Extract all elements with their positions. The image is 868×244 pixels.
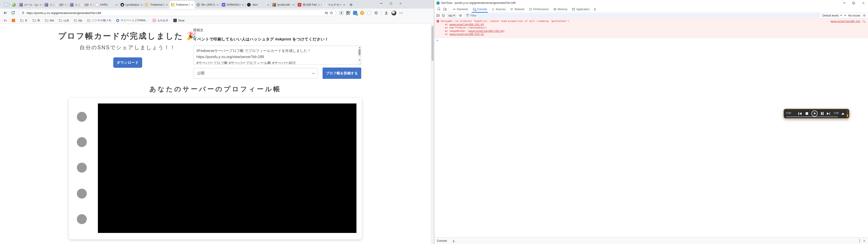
translate-extension-icon[interactable]: - — [353, 11, 357, 15]
page-scrollbar-thumb[interactable] — [432, 26, 434, 61]
tab-close-icon[interactable] — [39, 4, 41, 6]
maximize-button[interactable] — [386, 0, 396, 7]
bookmark-folder-my[interactable]: My — [74, 19, 82, 22]
live-expression-eye-icon[interactable] — [459, 14, 462, 17]
next-track-icon[interactable] — [827, 112, 830, 115]
tab-multimodal[interactable]: P マルチモーダル — [321, 1, 347, 8]
bookmark-stoat[interactable]: Stoat — [174, 19, 184, 22]
visibility-select[interactable]: 公開 — [193, 68, 318, 79]
tab-close-icon[interactable] — [115, 4, 117, 6]
filter-input[interactable] — [470, 14, 818, 17]
gray-extension-icon[interactable] — [367, 11, 371, 15]
tab-github[interactable]: Lycolia/lycoc — [119, 1, 144, 8]
tab-don[interactable]: 🐾 :don: — [246, 1, 271, 8]
minimize-button[interactable] — [377, 0, 386, 7]
tab-close-icon[interactable] — [217, 4, 219, 6]
stack-source-link[interactable]: generated?id=189:241:43 — [450, 23, 484, 26]
pinned-tab-calendar[interactable]: 1 — [2, 1, 10, 8]
console-prompt[interactable]: > — [434, 38, 868, 43]
scrollbar-thumb[interactable] — [359, 49, 361, 55]
read-aloud-icon[interactable]: A) — [325, 11, 328, 14]
tab-close-icon[interactable] — [65, 4, 67, 6]
bookmark-mypage[interactable]: マイページ | IT/Web... — [116, 19, 147, 22]
bookmark-folder-old[interactable]: 古 — [20, 19, 28, 22]
close-button[interactable] — [396, 0, 405, 7]
stack-source-link[interactable]: generated?id=189:474:13 — [450, 33, 484, 36]
tab-riko-1[interactable]: りこ💮 (@Lyc — [43, 1, 68, 8]
tab-elements[interactable]: </> Elements — [450, 6, 470, 13]
tab-event[interactable]: C 第10回 Fedi — [296, 1, 321, 8]
drawer-menu-icon[interactable] — [859, 239, 860, 242]
downloads-icon[interactable] — [384, 11, 388, 15]
textarea-resize-handle[interactable] — [359, 63, 361, 65]
tab-fediverse-active[interactable]: Fediverseプロ — [169, 1, 195, 8]
submit-post-button[interactable]: プロフ帳を投稿する — [322, 67, 361, 79]
tab-close-icon[interactable] — [318, 4, 320, 6]
tab-memory[interactable]: Memory — [551, 6, 569, 13]
tab-haru[interactable]: HARU — [94, 1, 119, 8]
devtools-minimize-button[interactable] — [839, 0, 849, 6]
tab-lycolia-info[interactable]: lycolia.info — [271, 1, 296, 8]
context-selector[interactable]: top — [447, 14, 457, 18]
tab-image[interactable]: 9k= (300×15 — [195, 1, 220, 8]
volume-thumb[interactable] — [847, 114, 848, 117]
bookmark-folder-ref[interactable]: Ref — [45, 19, 54, 22]
seek-bar[interactable] — [786, 117, 838, 117]
bookmark-folder-zombiesaga[interactable]: ゾンサガ旅メモ — [87, 19, 112, 22]
tab-close-icon[interactable] — [242, 4, 244, 6]
profile-avatar[interactable] — [391, 10, 397, 16]
drawer-console-tab[interactable]: Console — [437, 239, 447, 242]
bookmark-monooki[interactable]: ものおき — [153, 19, 168, 22]
inspect-element-icon[interactable] — [436, 6, 442, 12]
tab-role[interactable]: ロール - Lycoc — [18, 1, 43, 8]
tab-close-icon[interactable] — [292, 4, 294, 6]
tab-close-icon[interactable] — [90, 4, 92, 6]
log-levels-dropdown[interactable]: Default levels — [823, 14, 842, 17]
textarea-scrollbar[interactable] — [358, 46, 361, 64]
orange-extension-icon[interactable] — [360, 11, 364, 15]
volume-slider[interactable] — [847, 110, 848, 117]
tab-sources[interactable]: { } Sources — [489, 6, 508, 13]
scroll-up-icon[interactable] — [359, 47, 361, 48]
tab-riko-2[interactable]: りこ💮 (@Lyc — [68, 1, 94, 8]
tab-console[interactable]: Console — [470, 6, 489, 13]
lock-icon[interactable] — [22, 11, 25, 14]
scroll-down-icon[interactable] — [359, 60, 361, 61]
collapse-up-icon[interactable] — [841, 113, 844, 115]
stylus-extension-icon[interactable]: S — [339, 11, 343, 15]
back-icon[interactable] — [3, 11, 8, 15]
issues-chevron-icon[interactable] — [844, 15, 846, 16]
error-source-link[interactable]: generated?id=189:241 — [831, 20, 860, 23]
post-textarea[interactable]: #Fediverseサーバープロフ帳 でプロフィールカードを作成しました！ ht… — [193, 45, 361, 64]
bookmark-star-icon[interactable] — [330, 11, 333, 15]
stop-icon[interactable] — [806, 112, 808, 115]
clear-console-icon[interactable] — [442, 14, 445, 17]
tab-network[interactable]: Network — [508, 6, 527, 13]
bookmark-folder-llm[interactable]: LLM — [59, 19, 69, 22]
tab-performance[interactable]: Performance — [527, 6, 551, 13]
qr-extension-icon[interactable] — [346, 11, 350, 15]
page-scrollbar[interactable] — [431, 24, 434, 244]
devtools-close-button[interactable] — [859, 0, 868, 6]
bookmark-yahoo[interactable]: Y! — [4, 19, 7, 22]
play-button-icon[interactable] — [811, 111, 817, 117]
stack-source-link[interactable]: generated?id=189:239:24 — [469, 30, 503, 33]
new-tab-button[interactable] — [348, 2, 354, 8]
puzzle-extensions-icon[interactable] — [374, 11, 378, 15]
tab-fediverse-1[interactable]: Fediverseプロ — [144, 1, 169, 8]
pinned-tab-mantis[interactable] — [10, 1, 18, 8]
search-magnifier-icon[interactable] — [862, 20, 865, 23]
drawer-add-icon[interactable] — [452, 239, 455, 243]
tab-close-icon[interactable] — [343, 4, 345, 6]
reload-icon[interactable] — [11, 11, 16, 15]
previous-track-icon[interactable] — [798, 112, 802, 115]
tab-close-icon[interactable] — [166, 4, 168, 6]
tab-close-icon[interactable] — [141, 4, 143, 6]
download-button[interactable]: ダウンロード — [113, 57, 142, 68]
console-filter[interactable] — [464, 13, 820, 18]
more-tools-icon[interactable] — [593, 7, 597, 11]
tab-application[interactable]: Application — [569, 6, 592, 13]
pause-icon[interactable] — [821, 112, 824, 115]
address-bar[interactable]: https://purofu.y-zu.org/generate/server/… — [19, 10, 336, 16]
bookmark-folder-accounts[interactable]: 垢 — [33, 19, 40, 22]
